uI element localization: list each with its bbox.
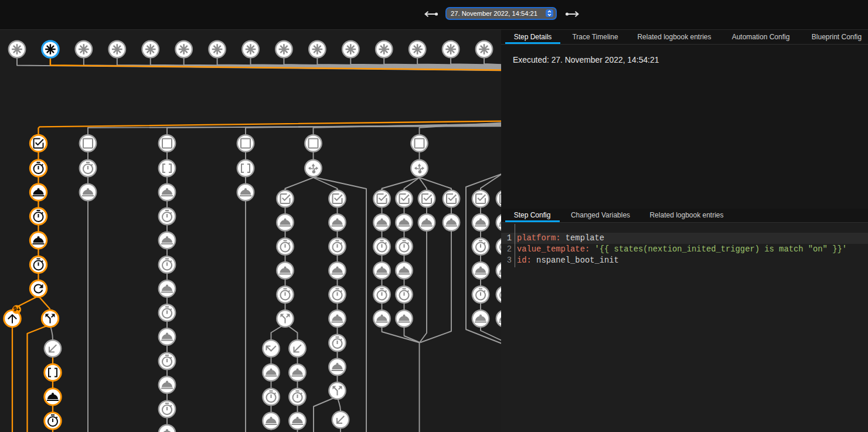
svg-text:9+: 9+ (13, 306, 21, 312)
